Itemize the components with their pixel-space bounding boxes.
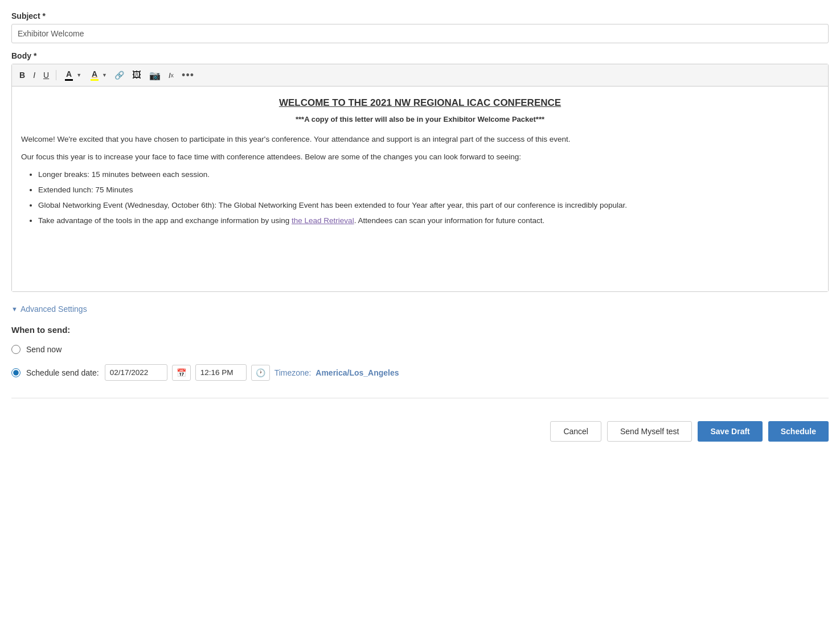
clock-icon-button[interactable]: 🕐 <box>251 365 270 381</box>
list-item: Global Networking Event (Wednesday, Octo… <box>38 200 819 212</box>
photo-button[interactable]: 📷 <box>146 69 163 82</box>
italic-button[interactable]: I <box>30 69 38 81</box>
chevron-down-icon-3: ▼ <box>11 306 18 312</box>
timezone-link[interactable]: Timezone: America/Los_Angeles <box>274 368 399 377</box>
cancel-button[interactable]: Cancel <box>550 421 601 442</box>
schedule-option: Schedule send date: 📅 🕐 Timezone: Americ… <box>11 364 829 381</box>
schedule-date-input[interactable] <box>105 364 167 381</box>
send-now-option: Send now <box>11 345 829 354</box>
more-options-icon: ••• <box>182 69 194 81</box>
schedule-radio[interactable] <box>11 368 21 377</box>
advanced-settings-label: Advanced Settings <box>21 304 87 314</box>
clock-icon: 🕐 <box>256 368 265 377</box>
list-item: Extended lunch: 75 Minutes <box>38 184 819 196</box>
email-bullet-list: Longer breaks: 15 minutes between each s… <box>38 169 819 227</box>
schedule-button[interactable]: Schedule <box>768 421 829 442</box>
clear-format-button[interactable]: Ix <box>166 70 177 81</box>
chevron-down-icon-2: ▼ <box>102 72 107 78</box>
photo-icon: 📷 <box>149 70 161 81</box>
font-color-bar <box>65 79 73 81</box>
schedule-time-input[interactable] <box>195 364 247 381</box>
image-button[interactable]: 🖼 <box>129 69 144 81</box>
email-paragraph-2: Our focus this year is to increase your … <box>21 151 819 163</box>
bold-button[interactable]: B <box>17 69 28 81</box>
schedule-date-time-row: 📅 🕐 Timezone: America/Los_Angeles <box>105 364 399 381</box>
calendar-icon-button[interactable]: 📅 <box>172 365 191 381</box>
timezone-value: America/Los_Angeles <box>315 368 399 377</box>
divider <box>11 398 829 398</box>
editor-toolbar: B I U A ▼ A ▼ 🔗 🖼 <box>12 64 828 87</box>
font-highlight-label: A <box>92 69 97 79</box>
when-to-send-section: When to send: Send now Schedule send dat… <box>11 325 829 381</box>
when-to-send-label: When to send: <box>11 325 829 335</box>
advanced-settings-toggle[interactable]: ▼ Advanced Settings <box>11 304 87 314</box>
editor-content-area[interactable]: WELCOME TO THE 2021 NW REGIONAL ICAC CON… <box>12 87 828 291</box>
email-heading: WELCOME TO THE 2021 NW REGIONAL ICAC CON… <box>21 96 819 110</box>
image-icon: 🖼 <box>132 70 141 80</box>
link-icon: 🔗 <box>114 71 124 80</box>
schedule-label[interactable]: Schedule send date: <box>26 368 99 377</box>
font-color-label: A <box>66 69 72 79</box>
save-draft-button[interactable]: Save Draft <box>698 421 762 442</box>
calendar-icon: 📅 <box>177 368 186 377</box>
lead-retrieval-link[interactable]: the Lead Retrieval <box>292 216 354 225</box>
send-options: Send now Schedule send date: 📅 🕐 Timezon… <box>11 345 829 381</box>
font-highlight-dropdown[interactable]: A ▼ <box>86 67 109 83</box>
rich-text-editor: B I U A ▼ A ▼ 🔗 🖼 <box>11 64 829 292</box>
list-item: Longer breaks: 15 minutes between each s… <box>38 169 819 181</box>
footer-buttons: Cancel Send Myself test Save Draft Sched… <box>11 410 829 442</box>
send-now-label[interactable]: Send now <box>26 345 62 354</box>
link-button[interactable]: 🔗 <box>112 69 127 81</box>
email-paragraph-1: Welcome! We're excited that you have cho… <box>21 134 819 146</box>
more-options-button[interactable]: ••• <box>179 68 197 83</box>
underline-button[interactable]: U <box>40 69 52 81</box>
subject-section: Subject * <box>11 11 829 43</box>
subject-input[interactable] <box>11 24 829 43</box>
font-highlight-bar <box>91 79 99 81</box>
body-section: Body * B I U A ▼ A ▼ 🔗 <box>11 51 829 292</box>
send-myself-test-button[interactable]: Send Myself test <box>607 421 693 442</box>
list-item: Take advantage of the tools in the app a… <box>38 215 819 227</box>
timezone-label: Timezone: <box>274 368 312 377</box>
email-subheading: ***A copy of this letter will also be in… <box>21 114 819 125</box>
toolbar-separator-1 <box>56 70 56 80</box>
font-color-btn: A <box>63 68 75 82</box>
font-color-dropdown[interactable]: A ▼ <box>60 67 84 83</box>
body-label: Body * <box>11 51 829 60</box>
chevron-down-icon: ▼ <box>76 72 81 78</box>
subject-label: Subject * <box>11 11 829 20</box>
font-highlight-btn: A <box>88 68 101 82</box>
send-now-radio[interactable] <box>11 345 21 354</box>
